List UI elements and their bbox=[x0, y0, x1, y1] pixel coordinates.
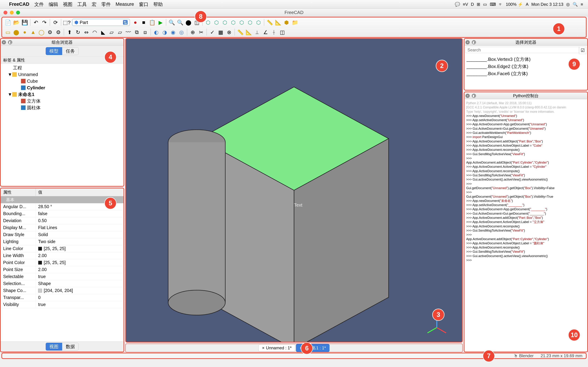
python-console[interactable]: Python 2.7.14 (default, Mar 22 2018, 15:… bbox=[465, 99, 587, 352]
selection-item[interactable]: ________.Box.Vertex3 (立方体) bbox=[467, 56, 585, 63]
torus-button[interactable]: ◯ bbox=[37, 28, 45, 36]
group-button[interactable]: 📁 bbox=[291, 18, 299, 26]
menu-macro[interactable]: 宏 bbox=[89, 1, 99, 8]
measure5-button[interactable]: ⟊ bbox=[270, 28, 278, 36]
view-rear-button[interactable]: ⬡ bbox=[238, 18, 246, 26]
property-row[interactable]: Point Color[25, 25, 25] bbox=[1, 259, 123, 266]
macro-run-button[interactable]: ▶ bbox=[156, 18, 164, 26]
property-row[interactable]: LightingTwo side bbox=[1, 238, 123, 245]
part-button[interactable]: ⬢ bbox=[282, 18, 291, 26]
measure4-button[interactable]: ∠ bbox=[261, 28, 269, 36]
macro-stop-button[interactable]: ■ bbox=[140, 18, 148, 26]
section-button[interactable]: ▦ bbox=[217, 28, 225, 36]
status-display-icon[interactable]: ⊞ bbox=[475, 2, 482, 7]
view-front-button[interactable]: ⬡ bbox=[212, 18, 221, 26]
offset-button[interactable]: ⧉ bbox=[133, 28, 141, 36]
open-doc-button[interactable]: 📂 bbox=[12, 18, 20, 26]
measure-angular-button[interactable]: 📐 bbox=[274, 18, 282, 26]
property-row[interactable]: Point Size2.00 bbox=[1, 266, 123, 273]
revolve-button[interactable]: ↻ bbox=[74, 28, 82, 36]
property-row[interactable]: Shape Co...[204, 204, 204] bbox=[1, 287, 123, 294]
shapebuilder-button[interactable]: ⚙ bbox=[54, 28, 62, 36]
property-row[interactable]: Deviation0.50 bbox=[1, 217, 123, 224]
property-row[interactable]: Selection...Shape bbox=[1, 280, 123, 287]
status-d-icon[interactable]: D bbox=[469, 2, 475, 7]
window-zoom-button[interactable] bbox=[16, 11, 20, 15]
menu-file[interactable]: 文件 bbox=[32, 1, 46, 8]
status-wifi-icon[interactable]: ᯤ bbox=[497, 2, 504, 7]
fit-selection-button[interactable]: 🔍 bbox=[176, 18, 184, 26]
whatsthis-button[interactable]: ⬚? bbox=[63, 18, 71, 26]
window-close-button[interactable] bbox=[3, 11, 7, 15]
macro-list-button[interactable]: 📋 bbox=[148, 18, 156, 26]
fillet-button[interactable]: ◠ bbox=[91, 28, 99, 36]
box-button[interactable]: ▭ bbox=[4, 28, 12, 36]
view-right-button[interactable]: ⬡ bbox=[229, 18, 237, 26]
panel-float-button[interactable]: ◧ bbox=[8, 40, 12, 44]
status-input[interactable]: A bbox=[524, 2, 530, 7]
fuse-button[interactable]: ◉ bbox=[169, 28, 177, 36]
boolean-button[interactable]: ◐ bbox=[152, 28, 160, 36]
redo-button[interactable]: ↷ bbox=[40, 18, 48, 26]
common-button[interactable]: ◎ bbox=[177, 28, 185, 36]
chamfer-button[interactable]: ◣ bbox=[99, 28, 107, 36]
selection-item[interactable]: ________.Box.Edge2 (立方体) bbox=[467, 63, 585, 70]
panel-float-button[interactable]: ◧ bbox=[472, 94, 476, 98]
nav-style[interactable]: 🖱Blender bbox=[510, 353, 537, 358]
tree-item[interactable]: 圆柱体 bbox=[2, 104, 122, 111]
window-minimize-button[interactable] bbox=[10, 11, 14, 15]
check-button[interactable]: ✓ bbox=[208, 28, 216, 36]
tree-item[interactable]: Cylinder bbox=[2, 84, 122, 91]
sphere-button[interactable]: ● bbox=[21, 28, 29, 36]
status-wechat-icon[interactable]: 💬 bbox=[453, 2, 461, 7]
undo-button[interactable]: ↶ bbox=[32, 18, 40, 26]
workbench-selector[interactable]: ⬢ Part ⇅ bbox=[72, 19, 130, 26]
thickness-button[interactable]: ⧈ bbox=[141, 28, 149, 36]
split-button[interactable]: ✂ bbox=[197, 28, 205, 36]
menu-measure[interactable]: Measure bbox=[113, 1, 137, 7]
selection-item[interactable]: ________.Box.Face6 (立方体) bbox=[467, 70, 585, 77]
3d-viewport[interactable]: Text 2 3 bbox=[125, 38, 463, 342]
fit-all-button[interactable]: 🔍 bbox=[168, 18, 176, 26]
model-tree[interactable]: 工程▼UnnamedCubeCylinder▼未命名1立方体圆柱体 bbox=[1, 64, 123, 186]
menu-tools[interactable]: 工具 bbox=[75, 1, 89, 8]
property-row[interactable]: Draw StyleSolid bbox=[1, 231, 123, 238]
property-row[interactable]: Line Color[25, 25, 25] bbox=[1, 245, 123, 252]
panel-close-button[interactable]: × bbox=[2, 40, 6, 44]
sweep-button[interactable]: 〰 bbox=[124, 28, 132, 36]
loft-button[interactable]: ▱ bbox=[116, 28, 124, 36]
tree-item[interactable]: ▼Unnamed bbox=[2, 71, 122, 78]
measure2-button[interactable]: 📐 bbox=[245, 28, 253, 36]
new-doc-button[interactable]: 📄 bbox=[4, 18, 12, 26]
panel-close-button[interactable]: × bbox=[466, 94, 470, 98]
status-keyboard-icon[interactable]: ⌨ bbox=[488, 2, 497, 7]
status-battery[interactable]: 100% ⚡ bbox=[504, 2, 524, 7]
property-row[interactable]: Display M...Flat Lines bbox=[1, 224, 123, 231]
ruled-button[interactable]: ▱ bbox=[107, 28, 115, 36]
measure1-button[interactable]: 📏 bbox=[236, 28, 244, 36]
status-ev-icon[interactable]: ≡V bbox=[461, 2, 469, 7]
view-bottom-button[interactable]: ⬡ bbox=[246, 18, 254, 26]
close-icon[interactable]: × bbox=[262, 345, 265, 350]
panel-close-button[interactable]: × bbox=[466, 40, 470, 44]
panel-float-button[interactable]: ◧ bbox=[472, 40, 476, 44]
macro-record-button[interactable]: ● bbox=[131, 18, 139, 26]
menu-edit[interactable]: 编辑 bbox=[46, 1, 61, 8]
tab-model[interactable]: 模型 bbox=[46, 47, 62, 55]
menu-help[interactable]: 帮助 bbox=[151, 1, 165, 8]
measure3-button[interactable]: ⟂ bbox=[253, 28, 261, 36]
menu-app[interactable]: FreeCAD bbox=[7, 1, 32, 7]
cut-button[interactable]: ◑ bbox=[161, 28, 169, 36]
measure6-button[interactable]: ◫ bbox=[278, 28, 286, 36]
mirror-button[interactable]: ⇔ bbox=[82, 28, 90, 36]
status-datetime[interactable]: Mon Dec 3 12:13 bbox=[530, 2, 565, 7]
property-row[interactable]: Selectabletrue bbox=[1, 273, 123, 280]
prop-tab-view[interactable]: 视图 bbox=[46, 343, 62, 350]
menu-view[interactable]: 视图 bbox=[61, 1, 75, 8]
tree-item[interactable]: ▼未命名1 bbox=[2, 91, 122, 98]
tab-tasks[interactable]: 任务 bbox=[62, 47, 78, 55]
selection-list[interactable]: ________.Box.Vertex3 (立方体)________.Box.E… bbox=[465, 55, 587, 90]
property-row[interactable]: Bounding...false bbox=[1, 210, 123, 217]
tree-item[interactable]: 立方体 bbox=[2, 98, 122, 104]
view-top-button[interactable]: ⬡ bbox=[221, 18, 229, 26]
